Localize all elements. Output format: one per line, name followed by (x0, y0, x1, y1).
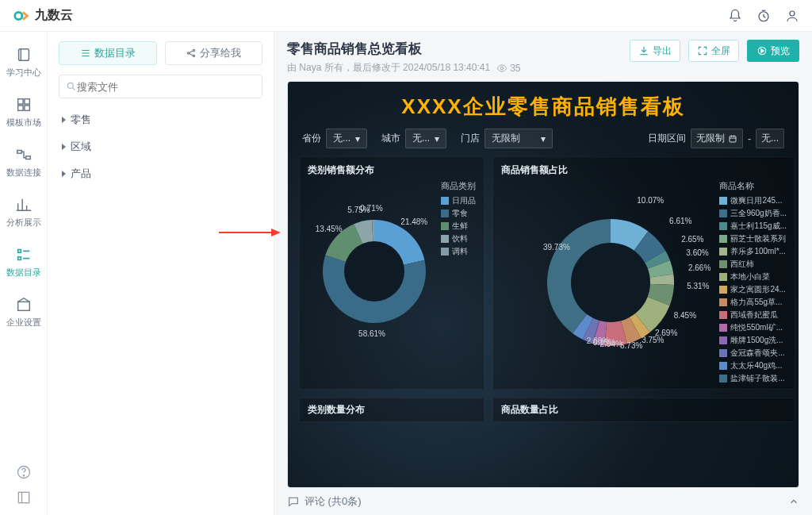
eye-icon (496, 63, 508, 74)
calendar-icon (728, 134, 737, 144)
top-header: 九数云 (0, 0, 812, 32)
svg-point-2 (790, 11, 795, 16)
svg-point-17 (193, 49, 195, 51)
nav-templates[interactable]: 模板市场 (0, 88, 47, 136)
svg-rect-3 (18, 49, 29, 61)
svg-rect-6 (17, 106, 22, 110)
chevron-down-icon: ▾ (435, 133, 439, 144)
svg-rect-22 (730, 136, 736, 142)
filter-store[interactable]: 无限制▾ (485, 129, 553, 148)
legend-product-sales: 商品名称 微爽日用245...三全960g奶香...嘉士利115g威...丽芝士… (719, 180, 787, 384)
nav-connect[interactable]: 数据连接 (0, 138, 47, 186)
svg-rect-11 (17, 257, 21, 260)
svg-rect-4 (17, 99, 22, 104)
chart-category-sales[interactable]: 21.48%58.61%13.45%5.75%0.71% (308, 180, 441, 363)
svg-point-18 (193, 55, 195, 56)
clock-icon[interactable] (756, 9, 771, 23)
user-icon[interactable] (785, 9, 799, 23)
svg-point-20 (500, 67, 504, 70)
share-icon (186, 48, 197, 59)
filter-date-from[interactable]: 无限制 (691, 129, 743, 148)
annotation-arrow (219, 229, 281, 236)
dashboard-title: XXXX企业零售商品销售看板 (288, 82, 799, 129)
dashboard: XXXX企业零售商品销售看板 省份无...▾ 城市无...▾ 门店无限制▾ 日期… (287, 81, 799, 488)
svg-rect-12 (17, 302, 29, 310)
svg-rect-5 (24, 99, 29, 104)
svg-rect-7 (24, 106, 29, 110)
tree-item-product[interactable]: 产品 (59, 160, 262, 187)
tree-item-region[interactable]: 区域 (59, 133, 262, 160)
doc-meta: 由 Naya 所有，最后修改于 2024/05/18 13:40:41 35 (287, 61, 630, 75)
export-button[interactable]: 导出 (630, 40, 680, 62)
svg-point-16 (188, 52, 190, 54)
svg-point-14 (23, 475, 24, 476)
filter-province[interactable]: 无...▾ (326, 129, 367, 148)
search-input-wrap[interactable] (59, 75, 262, 98)
brand-name: 九数云 (35, 7, 73, 24)
caret-right-icon (62, 117, 66, 123)
tab-catalog[interactable]: 数据目录 (59, 41, 157, 65)
tab-shared[interactable]: 分享给我 (165, 41, 263, 65)
svg-point-0 (15, 12, 22, 19)
fullscreen-icon (697, 45, 708, 56)
brand-logo[interactable]: 九数云 (13, 7, 73, 25)
panel-product-qty: 商品数量占比 (492, 398, 795, 422)
preview-icon (756, 45, 768, 56)
preview-button[interactable]: 预览 (747, 40, 799, 62)
chevron-down-icon: ▾ (355, 133, 360, 144)
search-icon (66, 81, 77, 92)
search-input[interactable] (77, 81, 255, 93)
caret-right-icon (62, 144, 66, 150)
panel-category-qty: 类别数量分布 (299, 398, 485, 422)
bell-icon[interactable] (728, 9, 742, 23)
chevron-up-icon[interactable] (788, 496, 799, 507)
nav-rail: 学习中心 模板市场 数据连接 分析展示 数据目录 企业设置 (0, 32, 48, 515)
main: 零售商品销售总览看板 由 Naya 所有，最后修改于 2024/05/18 13… (274, 32, 812, 515)
panel-category-sales: 类别销售额分布 21.48%58.61%13.45%5.75%0.71% 商品类… (299, 156, 485, 390)
filter-city[interactable]: 无...▾ (405, 129, 446, 148)
doc-header: 零售商品销售总览看板 由 Naya 所有，最后修改于 2024/05/18 13… (274, 32, 812, 81)
file-panel: 数据目录 分享给我 零售 区域 产品 (48, 32, 274, 515)
legend-category-sales: 商品类别 日用品零食生鲜饮料调料 (441, 180, 476, 363)
tree-item-retail[interactable]: 零售 (59, 106, 262, 133)
svg-rect-15 (18, 492, 29, 502)
svg-rect-9 (25, 156, 30, 159)
list-icon (80, 48, 91, 59)
svg-rect-10 (17, 250, 21, 253)
comments-bar[interactable]: 评论 (共0条) (274, 488, 812, 515)
svg-rect-8 (17, 151, 21, 154)
nav-settings[interactable]: 企业设置 (0, 288, 47, 336)
export-icon (638, 45, 649, 56)
comment-icon (287, 495, 300, 508)
filters: 省份无...▾ 城市无...▾ 门店无限制▾ 日期区间 无限制 - 无... (288, 129, 799, 156)
panel-product-sales: 商品销售额占比 10.07%6.61%2.65%3.60%2.66%5.31%8… (492, 156, 795, 390)
doc-title: 零售商品销售总览看板 (287, 40, 630, 58)
chart-product-sales[interactable]: 10.07%6.61%2.65%3.60%2.66%5.31%8.45%2.69… (501, 180, 719, 384)
file-tree: 零售 区域 产品 (59, 106, 262, 187)
chevron-down-icon: ▾ (541, 133, 546, 144)
svg-point-24 (571, 243, 650, 322)
svg-point-23 (344, 241, 404, 302)
fullscreen-button[interactable]: 全屏 (688, 40, 739, 62)
nav-catalog[interactable]: 数据目录 (0, 238, 47, 286)
collapse-icon[interactable] (16, 490, 32, 505)
nav-analysis[interactable]: 分析展示 (0, 188, 47, 236)
nav-learn[interactable]: 学习中心 (0, 38, 47, 86)
filter-date-to[interactable]: 无... (756, 129, 784, 148)
svg-point-19 (67, 83, 73, 88)
caret-right-icon (62, 171, 66, 177)
help-icon[interactable] (16, 464, 32, 480)
